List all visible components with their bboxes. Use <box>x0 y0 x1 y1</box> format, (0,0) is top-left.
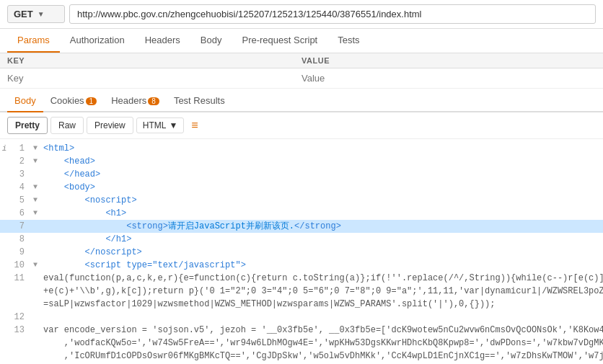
line-number: 4 <box>9 181 30 194</box>
format-label: HTML <box>143 120 167 130</box>
code-content: eval(function(p,a,c,k,e,r){e=function(c)… <box>40 272 603 285</box>
tab-authorization[interactable]: Authorization <box>60 29 135 53</box>
code-content: <html> <box>40 142 603 155</box>
code-area: i1▼<html>2▼ <head>3 </head>4▼ <body>5▼ <… <box>0 139 603 364</box>
line-number: 12 <box>9 311 30 324</box>
code-content: <noscript> <box>40 194 603 207</box>
resp-tab-cookies[interactable]: Cookies1 <box>43 90 105 112</box>
raw-button[interactable]: Raw <box>50 117 84 134</box>
fold-button[interactable]: ▼ <box>30 194 40 207</box>
line-number: 9 <box>9 246 30 259</box>
code-line: +e(c)+'\\b',g),k[c]);return p}('0 1="2";… <box>0 285 603 298</box>
resp-tab-test-results[interactable]: Test Results <box>167 90 232 112</box>
code-line: 4▼ <body> <box>0 181 603 194</box>
format-chevron-icon: ▼ <box>169 120 177 130</box>
fold-button[interactable]: ▼ <box>30 207 40 220</box>
body-toolbar: Pretty Raw Preview HTML ▼ ≡ <box>0 112 603 139</box>
code-line: ,'IcORUmfD1cOPDsOswr06fMKgBMKcTQ==','CgJ… <box>0 350 603 363</box>
code-content: <head> <box>40 155 603 168</box>
line-number: 5 <box>9 194 30 207</box>
code-content: <strong>请开启JavaScript并刷新该页.</strong> <box>40 220 603 233</box>
params-header: KEY VALUE <box>0 53 603 68</box>
code-line: 11eval(function(p,a,c,k,e,r){e=function(… <box>0 272 603 285</box>
code-line: 10▼ <script type="text/javascript"> <box>0 259 603 272</box>
fold-button[interactable]: ▼ <box>30 181 40 194</box>
wrap-icon[interactable]: ≡ <box>191 119 198 132</box>
code-line: 7 <strong>请开启JavaScript并刷新该页.</strong> <box>0 220 603 233</box>
params-section: KEY VALUE <box>0 53 603 89</box>
request-tabs: Params Authorization Headers Body Pre-re… <box>0 29 603 53</box>
fold-button[interactable]: ▼ <box>30 142 40 155</box>
code-line: 8 </h1> <box>0 233 603 246</box>
tab-body[interactable]: Body <box>190 29 232 53</box>
line-number: 2 <box>9 155 30 168</box>
line-number: 8 <box>9 233 30 246</box>
code-content: =saLP|wzwsfactor|1029|wzwsmethod|WZWS_ME… <box>40 298 603 311</box>
code-content: ,'IcORUmfD1cOPDsOswr06fMKgBMKcTQ==','CgJ… <box>40 350 603 363</box>
code-line: 5▼ <noscript> <box>0 194 603 207</box>
method-label: GET <box>14 9 33 19</box>
code-content: </head> <box>40 168 603 181</box>
fold-button[interactable]: ▼ <box>30 155 40 168</box>
code-line: ,'wodfacKQw5o=','w74Sw5FreA==','wr94w6LD… <box>0 337 603 350</box>
code-line: 12 <box>0 311 603 324</box>
code-content: </h1> <box>40 233 603 246</box>
tab-tests[interactable]: Tests <box>327 29 369 53</box>
params-row <box>0 68 603 89</box>
line-number: 10 <box>9 259 30 272</box>
line-number: 7 <box>9 220 30 233</box>
code-content: <h1> <box>40 207 603 220</box>
resp-tab-body[interactable]: Body <box>7 90 43 112</box>
chevron-down-icon: ▼ <box>38 10 45 18</box>
headers-badge: 8 <box>148 97 159 105</box>
method-dropdown[interactable]: GET ▼ <box>7 5 65 23</box>
line-number: 11 <box>9 272 30 285</box>
code-content: ,'wodfacKQw5o=','w74Sw5FreA==','wr94w6LD… <box>40 337 603 350</box>
line-number: 3 <box>9 168 30 181</box>
pretty-button[interactable]: Pretty <box>7 117 48 134</box>
preview-button[interactable]: Preview <box>87 117 133 134</box>
tab-headers[interactable]: Headers <box>135 29 190 53</box>
fold-button[interactable]: ▼ <box>30 259 40 272</box>
code-line: 6▼ <h1> <box>0 207 603 220</box>
line-number: 6 <box>9 207 30 220</box>
tab-params[interactable]: Params <box>7 29 60 53</box>
value-input[interactable] <box>302 68 596 88</box>
code-line: 13var encode_version = 'sojson.v5', jezo… <box>0 324 603 337</box>
key-input[interactable] <box>7 68 302 88</box>
tab-prerequest[interactable]: Pre-request Script <box>232 29 327 53</box>
code-line: 3 </head> <box>0 168 603 181</box>
code-line: 9 </noscript> <box>0 246 603 259</box>
url-input[interactable] <box>69 4 596 24</box>
line-number: 13 <box>9 324 30 337</box>
cookies-badge: 1 <box>86 97 97 105</box>
resp-tab-headers[interactable]: Headers8 <box>104 90 167 112</box>
key-column-header: KEY <box>7 56 302 65</box>
code-content: +e(c)+'\\b',g),k[c]);return p}('0 1="2";… <box>40 285 603 298</box>
code-content: <script type="text/javascript"> <box>40 259 603 272</box>
line-number: 1 <box>9 142 30 155</box>
code-line: i1▼<html> <box>0 142 603 155</box>
top-bar: GET ▼ <box>0 0 603 29</box>
code-content: </noscript> <box>40 246 603 259</box>
value-column-header: VALUE <box>302 56 596 65</box>
code-line: 2▼ <head> <box>0 155 603 168</box>
code-line: =saLP|wzwsfactor|1029|wzwsmethod|WZWS_ME… <box>0 298 603 311</box>
format-dropdown[interactable]: HTML ▼ <box>136 117 185 133</box>
code-content: <body> <box>40 181 603 194</box>
i-marker: i <box>0 142 9 155</box>
response-tabs: Body Cookies1 Headers8 Test Results <box>0 90 603 112</box>
code-content: var encode_version = 'sojson.v5', jezoh … <box>40 324 603 337</box>
